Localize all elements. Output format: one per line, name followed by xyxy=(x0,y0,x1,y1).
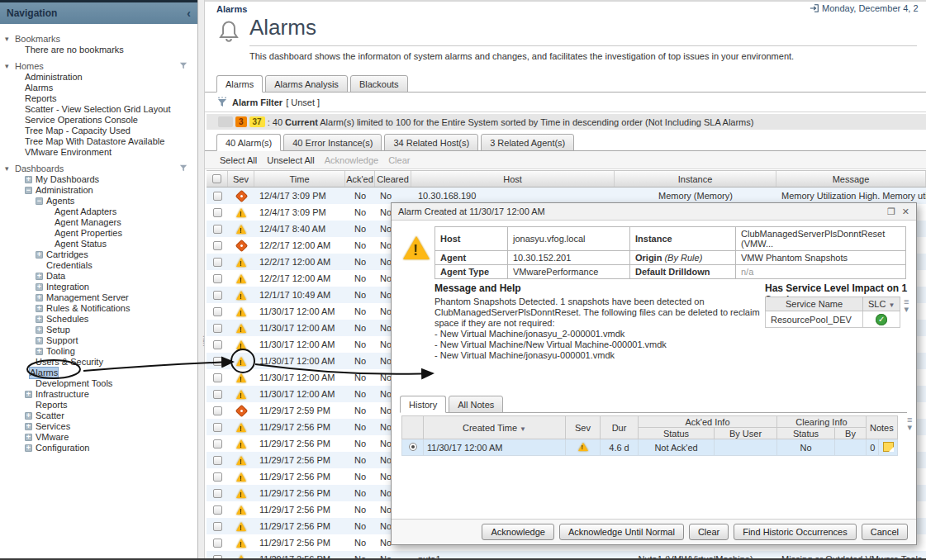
sev-column[interactable]: Sev xyxy=(566,416,601,439)
sidebar-item-alarms-selected[interactable]: Alarms xyxy=(0,368,197,378)
tab-alarm-count[interactable]: 40 Alarm(s) xyxy=(216,134,281,151)
expand-plus-icon[interactable]: + xyxy=(25,423,32,430)
row-checkbox[interactable] xyxy=(213,241,222,250)
row-checkbox[interactable] xyxy=(213,456,222,465)
unselect-all-link[interactable]: Unselect All xyxy=(267,155,314,165)
sidebar-tree-item[interactable]: +Scatter xyxy=(0,411,197,421)
row-checkbox[interactable] xyxy=(213,274,222,283)
row-checkbox[interactable] xyxy=(213,439,222,448)
row-checkbox[interactable] xyxy=(213,357,222,366)
select-all-link[interactable]: Select All xyxy=(220,155,257,165)
row-checkbox[interactable] xyxy=(213,291,222,300)
sidebar-tree-item[interactable]: +Setup xyxy=(0,325,197,335)
sidebar-tree-item[interactable]: Users & Security xyxy=(0,357,197,368)
sidebar-tree-item[interactable]: +Data xyxy=(0,271,197,282)
logout-icon[interactable] xyxy=(810,3,819,13)
sidebar-tree-item[interactable]: Agent Properties xyxy=(0,228,197,239)
column-header-acked[interactable]: Ack'ed xyxy=(345,171,375,187)
clearing-by-column[interactable]: By xyxy=(835,428,867,439)
sidebar-tree-item[interactable]: Administration xyxy=(0,72,197,83)
sidebar-tree-item[interactable]: Credentials xyxy=(0,260,197,271)
sidebar-tree-item[interactable]: Alarms xyxy=(0,83,197,93)
close-icon[interactable]: ✕ xyxy=(902,206,909,217)
sidebar-tree-item[interactable]: +Services xyxy=(0,421,197,432)
sidebar-tree-item[interactable]: +My Dashboards xyxy=(0,174,197,185)
collapse-minus-icon[interactable]: − xyxy=(36,197,43,205)
clearing-status-column[interactable]: Status xyxy=(777,428,835,439)
row-checkbox[interactable] xyxy=(213,192,222,201)
tab-all-notes[interactable]: All Notes xyxy=(449,396,503,413)
sidebar-tree-item[interactable]: +Schedules xyxy=(0,314,197,325)
history-row[interactable]: 11/30/17 12:00 AM ! 4.6 d Not Ack'ed No … xyxy=(402,439,898,456)
row-checkbox[interactable] xyxy=(213,225,222,234)
collapse-minus-icon[interactable]: − xyxy=(25,187,32,194)
row-checkbox[interactable] xyxy=(213,489,222,498)
row-checkbox[interactable] xyxy=(213,423,222,432)
sidebar-tree-item[interactable]: Agent Adapters xyxy=(0,206,197,217)
sidebar-tree-item[interactable]: Reports xyxy=(0,400,197,411)
row-checkbox[interactable] xyxy=(213,406,222,415)
expand-plus-icon[interactable]: + xyxy=(25,391,32,398)
sidebar-tree-item[interactable]: Service Operations Console xyxy=(0,115,197,126)
breadcrumb[interactable]: Alarms xyxy=(216,4,247,14)
expand-plus-icon[interactable]: + xyxy=(25,444,32,452)
column-header-cleared[interactable]: Cleared xyxy=(375,171,411,187)
sidebar-section-header[interactable]: ▾Bookmarks xyxy=(0,32,197,45)
sidebar-tree-item[interactable]: Agent Status xyxy=(0,239,197,249)
expand-plus-icon[interactable]: + xyxy=(36,294,43,301)
sidebar-tree-item[interactable]: Scatter - View Selection Grid Layout xyxy=(0,104,197,115)
collapse-triangle-icon[interactable]: ▾ xyxy=(5,35,15,43)
created-time-column[interactable]: Created Time▼ xyxy=(424,416,566,439)
sidebar-tree-item[interactable]: +Support xyxy=(0,335,197,346)
expand-plus-icon[interactable]: + xyxy=(36,305,43,312)
sidebar-tree-item[interactable]: Tree Map - Capacity Used xyxy=(0,126,197,136)
sidebar-tree-item[interactable]: +Management Server xyxy=(0,292,197,303)
alarm-row[interactable]: 12/4/17 3:09 PMNoNo10.30.168.190Memory (… xyxy=(207,187,926,204)
sidebar-tree-item[interactable]: Development Tools xyxy=(0,378,197,389)
dialog-title-bar[interactable]: Alarm Created at 11/30/17 12:00 AM ❐ ✕ xyxy=(392,203,916,221)
expand-plus-icon[interactable]: + xyxy=(36,326,43,334)
tab-related-agents[interactable]: 3 Related Agent(s) xyxy=(481,134,574,151)
row-checkbox[interactable] xyxy=(213,340,222,349)
expand-plus-icon[interactable]: + xyxy=(25,434,32,441)
expand-plus-icon[interactable]: + xyxy=(36,337,43,344)
column-header-checkbox[interactable] xyxy=(207,171,228,187)
sidebar-tree-item[interactable]: +Infrastructure xyxy=(0,389,197,400)
column-header-host[interactable]: Host xyxy=(411,171,615,187)
expand-plus-icon[interactable]: + xyxy=(25,176,32,183)
expand-plus-icon[interactable]: + xyxy=(36,251,43,259)
expand-plus-icon[interactable]: + xyxy=(36,273,43,280)
row-checkbox[interactable] xyxy=(213,307,222,316)
panel-resize-divider[interactable]: ⋮⋮ xyxy=(198,0,205,558)
sidebar-tree-item[interactable]: VMware Environment xyxy=(0,147,197,158)
tab-alarms[interactable]: Alarms xyxy=(216,75,263,93)
column-chooser-icon[interactable]: ≡▾ xyxy=(907,416,912,431)
sidebar-tree-item[interactable]: +Rules & Notifications xyxy=(0,303,197,314)
acknowledge-button[interactable]: Acknowledge xyxy=(482,524,553,540)
warning-count-badge[interactable]: 37 xyxy=(249,116,265,127)
row-checkbox[interactable] xyxy=(213,539,222,548)
fatal-count-badge[interactable] xyxy=(218,116,233,127)
dur-column[interactable]: Dur xyxy=(601,416,639,439)
impact-row[interactable]: ResourcePool_DEV ✓ xyxy=(766,311,900,328)
history-row-radio[interactable] xyxy=(409,443,417,451)
collapse-triangle-icon[interactable]: ▾ xyxy=(5,164,15,173)
expand-plus-icon[interactable]: + xyxy=(36,348,43,355)
collapse-panel-icon[interactable]: ‹ xyxy=(187,7,191,20)
tab-history[interactable]: History xyxy=(400,396,446,413)
sidebar-tree-item[interactable]: +Cartridges xyxy=(0,249,197,260)
row-checkbox[interactable] xyxy=(213,208,222,217)
row-checkbox[interactable] xyxy=(213,258,222,267)
resize-grip-icon[interactable]: ⋮⋮ xyxy=(200,337,207,345)
notes-column[interactable]: Notes xyxy=(867,416,898,439)
filter-funnel-icon[interactable] xyxy=(179,164,188,173)
acked-by-column[interactable]: By User xyxy=(715,428,777,439)
cancel-button[interactable]: Cancel xyxy=(862,524,908,540)
sidebar-tree-item[interactable]: Tree Map With Datastore Available xyxy=(0,136,197,147)
alarm-filter-label[interactable]: Alarm Filter xyxy=(232,97,283,107)
tab-error-instances[interactable]: 40 Error Instance(s) xyxy=(283,134,382,151)
clear-button[interactable]: Clear xyxy=(689,524,729,540)
critical-count-badge[interactable]: 3 xyxy=(235,116,247,127)
sidebar-tree-item[interactable]: +Integration xyxy=(0,282,197,292)
clear-link[interactable]: Clear xyxy=(388,155,410,165)
